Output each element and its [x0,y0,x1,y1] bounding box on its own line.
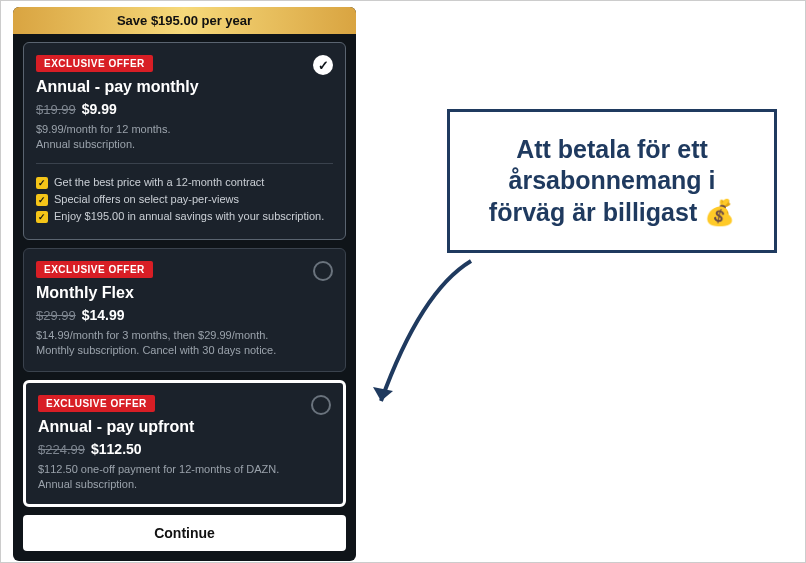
check-square-icon: ✓ [36,177,48,189]
arrow-icon [361,251,501,421]
new-price: $112.50 [91,441,142,457]
benefit-item: ✓ Enjoy $195.00 in annual savings with y… [36,210,333,223]
benefits-list: ✓ Get the best price with a 12-month con… [36,163,333,223]
check-square-icon: ✓ [36,211,48,223]
exclusive-badge: EXCLUSIVE OFFER [38,395,155,412]
desc-line: Annual subscription. [38,477,331,492]
desc-line: $9.99/month for 12 months. [36,122,333,137]
plan-radio-selected[interactable]: ✓ [313,55,333,75]
plan-monthly-flex[interactable]: EXCLUSIVE OFFER Monthly Flex $29.99$14.9… [23,248,346,372]
price-row: $19.99$9.99 [36,100,333,118]
desc-line: Monthly subscription. Cancel with 30 day… [36,343,333,358]
exclusive-badge: EXCLUSIVE OFFER [36,55,153,72]
annotation-callout: Att betala för ett årsabonnemang i förvä… [447,109,777,253]
old-price: $19.99 [36,102,76,117]
benefit-item: ✓ Get the best price with a 12-month con… [36,176,333,189]
benefit-text: Enjoy $195.00 in annual savings with you… [54,210,324,222]
radio-empty-icon [313,261,333,281]
plan-title: Annual - pay monthly [36,78,333,96]
plan-title: Monthly Flex [36,284,333,302]
svg-marker-0 [373,387,393,401]
benefit-text: Get the best price with a 12-month contr… [54,176,264,188]
benefit-item: ✓ Special offers on select pay-per-views [36,193,333,206]
save-banner: Save $195.00 per year [13,7,356,34]
check-square-icon: ✓ [36,194,48,206]
old-price: $29.99 [36,308,76,323]
plan-annual-upfront[interactable]: EXCLUSIVE OFFER Annual - pay upfront $22… [23,380,346,508]
desc-line: $14.99/month for 3 months, then $29.99/m… [36,328,333,343]
check-icon: ✓ [313,55,333,75]
old-price: $224.99 [38,442,85,457]
plan-desc: $9.99/month for 12 months. Annual subscr… [36,122,333,153]
desc-line: Annual subscription. [36,137,333,152]
new-price: $9.99 [82,101,117,117]
price-row: $29.99$14.99 [36,306,333,324]
plan-annual-monthly[interactable]: ✓ EXCLUSIVE OFFER Annual - pay monthly $… [23,42,346,240]
continue-button[interactable]: Continue [23,515,346,551]
radio-empty-icon [311,395,331,415]
plan-desc: $14.99/month for 3 months, then $29.99/m… [36,328,333,359]
plan-radio[interactable] [311,395,331,415]
pricing-panel: Save $195.00 per year ✓ EXCLUSIVE OFFER … [13,7,356,561]
benefit-text: Special offers on select pay-per-views [54,193,239,205]
exclusive-badge: EXCLUSIVE OFFER [36,261,153,278]
plan-radio[interactable] [313,261,333,281]
desc-line: $112.50 one-off payment for 12-months of… [38,462,331,477]
plan-title: Annual - pay upfront [38,418,331,436]
plan-desc: $112.50 one-off payment for 12-months of… [38,462,331,493]
price-row: $224.99$112.50 [38,440,331,458]
new-price: $14.99 [82,307,125,323]
